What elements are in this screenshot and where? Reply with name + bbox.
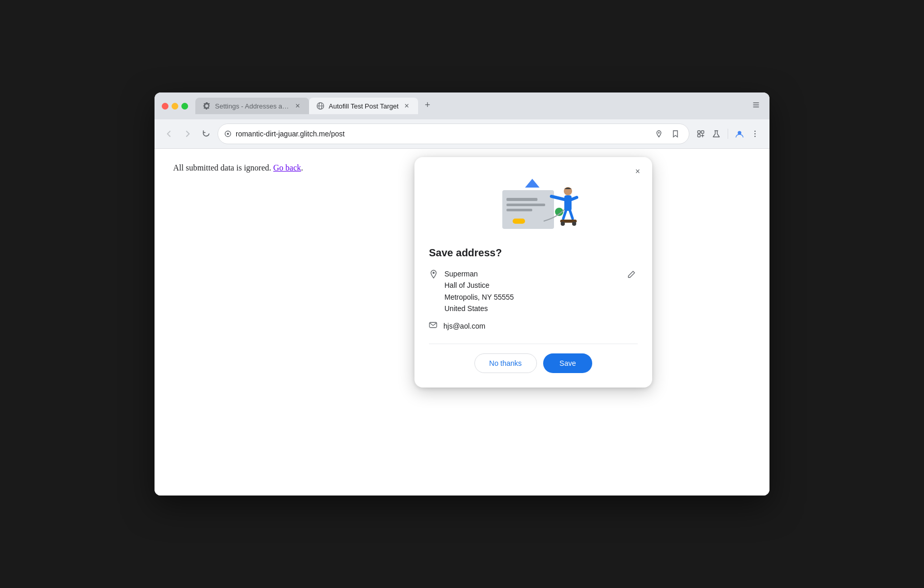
address-right-icons [652,127,683,141]
forward-button[interactable] [180,127,195,141]
tab-autofill[interactable]: Autofill Test Post Target ✕ [309,98,418,114]
dialog-actions: No thanks Save [429,353,638,373]
autofill-tab-title: Autofill Test Post Target [329,102,398,110]
svg-point-12 [754,133,756,134]
url-text: romantic-dirt-jaguar.glitch.me/post [236,130,648,138]
address-location-icon [429,269,438,281]
dialog-divider [429,344,638,344]
address-line2: Hall of Justice [444,280,619,291]
email-icon [429,321,437,331]
page-content: All submitted data is ignored. Go back. … [155,149,769,496]
svg-rect-17 [506,209,532,211]
dialog-illustration [429,169,638,237]
go-back-link[interactable]: Go back [273,163,301,172]
address-bar[interactable]: romantic-dirt-jaguar.glitch.me/post [218,123,689,144]
dialog-title: Save address? [429,247,638,259]
address-line4: United States [444,303,619,314]
location-icon[interactable] [652,127,666,141]
edit-address-button[interactable] [625,268,638,283]
svg-rect-21 [564,195,572,211]
browser-window: Settings - Addresses and mo ✕ Autofill T… [155,92,769,496]
svg-rect-8 [698,134,700,137]
svg-point-13 [754,136,756,137]
no-thanks-button[interactable]: No thanks [474,353,537,373]
maximize-window-button[interactable] [181,103,188,110]
toolbar-divider [728,129,728,139]
lab-icon[interactable] [709,127,723,141]
traffic-lights [162,103,188,110]
tab-settings[interactable]: Settings - Addresses and mo ✕ [195,98,309,114]
svg-rect-7 [701,131,704,133]
address-lines: Superman Hall of Justice Metropolis, NY … [444,268,619,315]
svg-marker-18 [525,179,540,188]
tab-list-button[interactable] [750,99,762,111]
back-button[interactable] [162,127,176,141]
tabs-row: Settings - Addresses and mo ✕ Autofill T… [195,98,762,114]
gear-icon [203,102,211,110]
save-button[interactable]: Save [543,353,593,373]
email-value: hjs@aol.com [443,322,485,330]
svg-rect-6 [698,131,700,133]
settings-tab-title: Settings - Addresses and mo [215,102,289,110]
svg-rect-15 [506,198,537,201]
close-window-button[interactable] [162,103,168,110]
svg-point-5 [658,132,660,134]
globe-icon [316,102,325,110]
address-info: Superman Hall of Justice Metropolis, NY … [429,268,638,315]
svg-point-26 [433,272,435,274]
save-address-illustration [461,169,606,237]
reload-button[interactable] [199,127,213,141]
svg-rect-20 [513,219,525,224]
svg-point-25 [572,222,576,226]
extensions-icon[interactable] [694,127,708,141]
title-bar: Settings - Addresses and mo ✕ Autofill T… [155,92,769,119]
address-name: Superman [444,268,619,280]
toolbar-right [694,127,762,141]
profile-icon[interactable] [732,127,747,141]
address-bar-row: romantic-dirt-jaguar.glitch.me/post [155,119,769,149]
minimize-window-button[interactable] [172,103,178,110]
svg-point-24 [561,222,565,226]
menu-icon[interactable] [748,127,762,141]
autofill-tab-close[interactable]: ✕ [403,102,411,110]
tracking-icon [224,130,232,137]
new-tab-button[interactable]: + [420,98,435,112]
email-info: hjs@aol.com [429,321,638,331]
svg-rect-16 [506,204,545,206]
svg-point-11 [754,131,756,132]
svg-point-4 [227,133,229,135]
save-address-dialog: × [414,157,652,388]
bookmark-icon[interactable] [668,127,683,141]
address-line3: Metropolis, NY 55555 [444,291,619,303]
settings-tab-close[interactable]: ✕ [294,102,302,110]
